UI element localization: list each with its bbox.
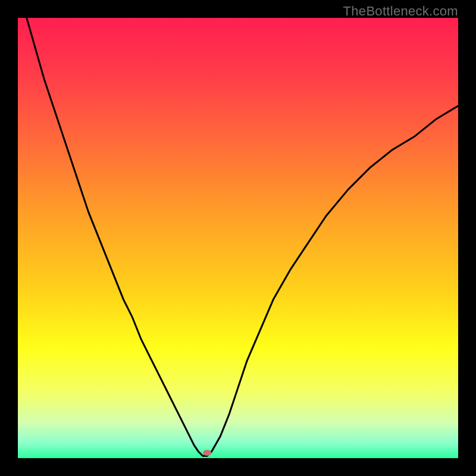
optimum-marker	[203, 450, 211, 456]
plot-area	[18, 18, 458, 458]
chart-svg	[18, 18, 458, 458]
watermark-text: TheBottleneck.com	[343, 4, 458, 19]
chart-frame: TheBottleneck.com	[0, 0, 476, 476]
gradient-background	[18, 18, 458, 458]
